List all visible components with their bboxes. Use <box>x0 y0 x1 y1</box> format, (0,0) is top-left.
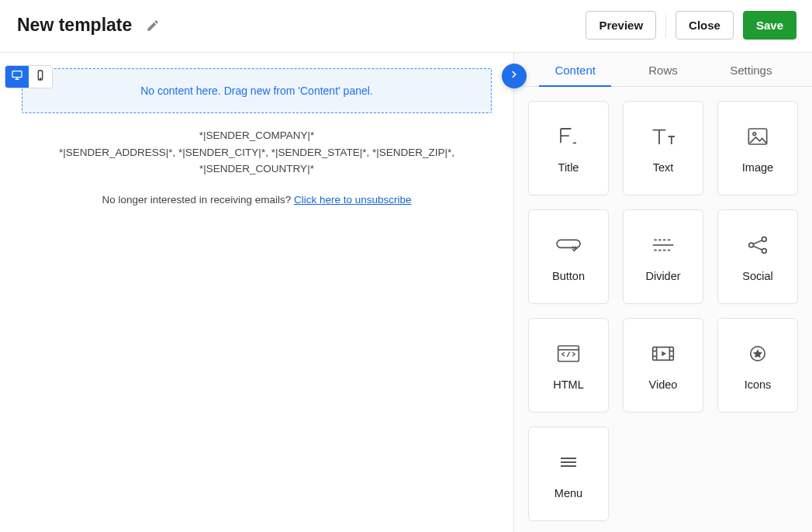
social-icon <box>742 231 773 259</box>
block-label: Video <box>649 378 678 391</box>
block-label: Menu <box>555 487 582 499</box>
tab-settings[interactable]: Settings <box>707 53 795 86</box>
divider <box>665 13 666 38</box>
text-icon <box>648 123 679 150</box>
panel-collapse-button[interactable] <box>502 64 527 88</box>
block-text[interactable]: Text <box>623 101 703 195</box>
preview-button[interactable]: Preview <box>586 11 656 40</box>
title-icon <box>553 123 584 150</box>
block-label: Divider <box>645 270 680 282</box>
block-label: Text <box>653 161 674 174</box>
sender-address: *|SENDER_ADDRESS|*, *|SENDER_CITY|*, *|S… <box>22 144 492 161</box>
desktop-view-button[interactable] <box>5 66 29 88</box>
unsubscribe-line: No longer interested in receiving emails… <box>22 192 492 209</box>
icons-icon <box>742 340 773 368</box>
block-button[interactable]: Button <box>528 209 609 304</box>
block-image[interactable]: Image <box>717 101 798 195</box>
save-button[interactable]: Save <box>743 11 796 40</box>
header-actions: Preview Close Save <box>586 11 796 40</box>
block-label: Icons <box>745 378 772 391</box>
tab-content[interactable]: Content <box>531 53 619 86</box>
content-blocks-grid: Title Text Image Button <box>514 87 812 532</box>
footer-block: *|SENDER_COMPANY|* *|SENDER_ADDRESS|*, *… <box>22 127 492 208</box>
block-label: Image <box>742 161 773 174</box>
block-icons[interactable]: Icons <box>717 318 798 413</box>
editor-canvas: No content here. Drag new from 'Content'… <box>0 53 513 532</box>
page-title: New template <box>17 15 132 36</box>
sender-company: *|SENDER_COMPANY|* <box>22 127 492 144</box>
block-label: Button <box>552 270 585 282</box>
desktop-icon <box>11 69 23 85</box>
panel-tabs: Content Rows Settings <box>514 53 812 87</box>
block-label: Social <box>742 270 773 282</box>
mobile-icon <box>34 69 47 85</box>
button-icon <box>553 231 584 259</box>
unsubscribe-link[interactable]: Click here to unsubscribe <box>294 194 412 206</box>
side-panel: Content Rows Settings Title Text <box>513 53 812 532</box>
empty-dropzone[interactable]: No content here. Drag new from 'Content'… <box>22 68 492 113</box>
block-label: HTML <box>553 378 583 391</box>
block-video[interactable]: Video <box>623 318 703 413</box>
header: New template Preview Close Save <box>0 0 812 53</box>
block-title[interactable]: Title <box>528 101 609 195</box>
tab-rows[interactable]: Rows <box>619 53 707 86</box>
main: No content here. Drag new from 'Content'… <box>0 53 812 532</box>
menu-icon <box>553 448 584 476</box>
divider-icon <box>648 231 679 259</box>
block-divider[interactable]: Divider <box>623 209 703 304</box>
html-icon <box>553 340 584 368</box>
svg-rect-0 <box>12 71 22 78</box>
svg-point-6 <box>749 243 754 247</box>
video-icon <box>648 340 679 368</box>
block-menu[interactable]: Menu <box>528 427 609 521</box>
device-switch <box>5 65 53 88</box>
svg-rect-5 <box>557 240 580 247</box>
image-icon <box>742 123 773 150</box>
svg-point-8 <box>762 249 766 254</box>
sender-country: *|SENDER_COUNTRY|* <box>22 161 492 178</box>
unsubscribe-prefix: No longer interested in receiving emails… <box>102 194 294 206</box>
header-left: New template <box>17 15 160 36</box>
svg-point-2 <box>40 78 40 79</box>
block-html[interactable]: HTML <box>528 318 609 413</box>
svg-point-4 <box>753 133 756 136</box>
svg-point-7 <box>762 237 766 242</box>
block-social[interactable]: Social <box>717 209 798 304</box>
close-button[interactable]: Close <box>676 11 734 40</box>
chevron-right-icon <box>509 69 520 83</box>
pencil-icon[interactable] <box>146 19 160 33</box>
block-label: Title <box>558 161 579 174</box>
mobile-view-button[interactable] <box>29 66 52 88</box>
